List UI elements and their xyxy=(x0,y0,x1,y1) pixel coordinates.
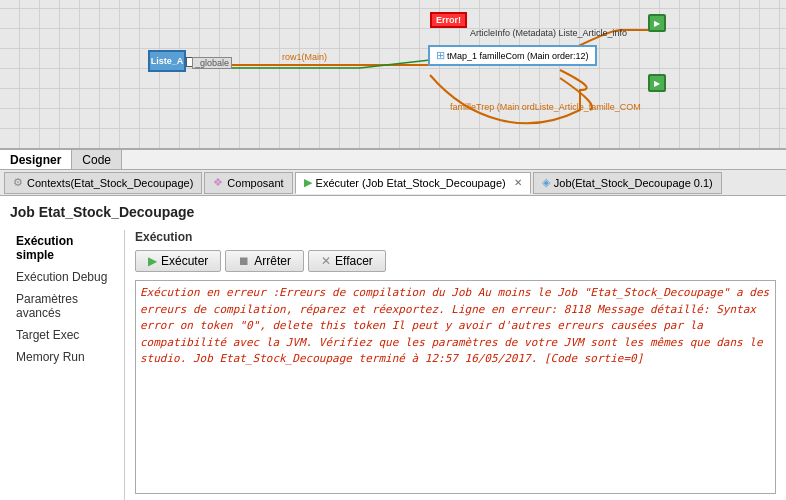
node-output-mid[interactable]: ▶ xyxy=(648,74,666,92)
left-panel: Exécution simple Exécution Debug Paramèt… xyxy=(10,230,125,500)
canvas-connections xyxy=(0,0,786,148)
node-error-badge: Error! xyxy=(430,12,467,28)
tab-code[interactable]: Code xyxy=(72,150,122,169)
main-content: Job Etat_Stock_Decoupage Exécution simpl… xyxy=(0,196,786,500)
run-icon: ▶ xyxy=(148,254,157,268)
tab-job[interactable]: ◈ Job(Etat_Stock_Decoupage 0.1) xyxy=(533,172,722,194)
button-bar: ▶ Exécuter ⏹ Arrêter ✕ Effacer xyxy=(135,250,776,272)
section-label-execution: Exécution xyxy=(135,230,776,244)
node-liste-art[interactable]: Liste_A xyxy=(148,50,186,72)
job-icon: ◈ xyxy=(542,176,550,189)
left-item-execution-simple[interactable]: Exécution simple xyxy=(10,230,116,266)
left-item-target-exec[interactable]: Target Exec xyxy=(10,324,116,346)
job-title: Job Etat_Stock_Decoupage xyxy=(10,204,776,220)
tab-composant[interactable]: ❖ Composant xyxy=(204,172,292,194)
stop-button[interactable]: ⏹ Arrêter xyxy=(225,250,304,272)
node-tmap1[interactable]: ⊞ tMap_1 familleCom (Main order:12) xyxy=(428,45,597,66)
clear-icon: ✕ xyxy=(321,254,331,268)
output-area[interactable]: Exécution en erreur :Erreurs de compilat… xyxy=(135,280,776,494)
palette-icon: ❖ xyxy=(213,176,223,189)
tab-designer[interactable]: Designer xyxy=(0,150,72,169)
connector-familletrep-label: familleTrep (Main ordListe_Article_famil… xyxy=(450,102,641,112)
designer-code-bar: Designer Code xyxy=(0,148,786,170)
left-item-execution-debug[interactable]: Exécution Debug xyxy=(10,266,116,288)
connector-row1-label: row1(Main) xyxy=(282,52,327,62)
canvas-area: Liste_A _globale Error! ArticleInfo (Met… xyxy=(0,0,786,148)
node-output-top[interactable]: ▶ xyxy=(648,14,666,32)
right-panel: Exécution ▶ Exécuter ⏹ Arrêter ✕ Effacer… xyxy=(125,230,776,500)
gear-icon: ⚙ xyxy=(13,176,23,189)
tab-navigation: ⚙ Contexts(Etat_Stock_Decoupage) ❖ Compo… xyxy=(0,170,786,196)
tab-executer[interactable]: ▶ Exécuter (Job Etat_Stock_Decoupage) ✕ xyxy=(295,172,531,194)
run-icon: ▶ xyxy=(304,176,312,189)
node-articleinfo-label: ArticleInfo (Metadata) Liste_Article_inf… xyxy=(470,28,627,38)
left-item-params-avances[interactable]: Paramètres avancés xyxy=(10,288,116,324)
tab-contexts[interactable]: ⚙ Contexts(Etat_Stock_Decoupage) xyxy=(4,172,202,194)
execute-button[interactable]: ▶ Exécuter xyxy=(135,250,221,272)
left-item-memory-run[interactable]: Memory Run xyxy=(10,346,116,368)
clear-button[interactable]: ✕ Effacer xyxy=(308,250,386,272)
node-globale[interactable]: _globale xyxy=(192,57,232,69)
tab-executer-close[interactable]: ✕ xyxy=(514,177,522,188)
stop-icon: ⏹ xyxy=(238,254,250,268)
